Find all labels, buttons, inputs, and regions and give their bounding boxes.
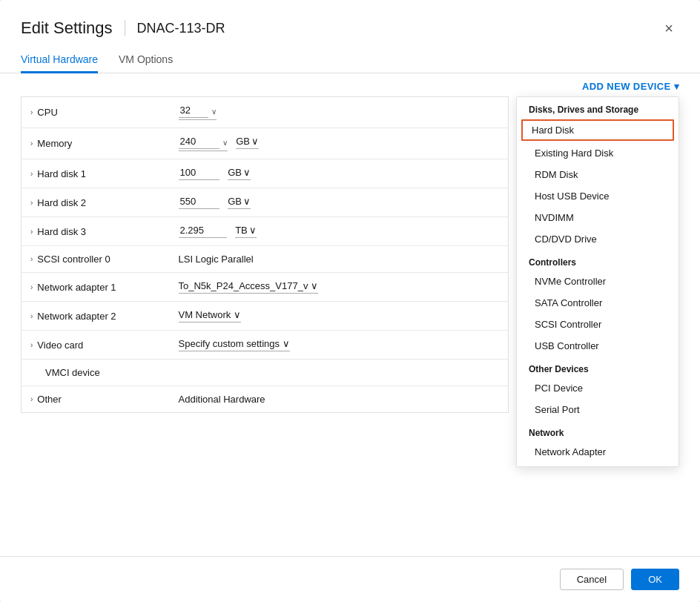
hard-disk-3-unit-chevron-icon: ∨	[249, 225, 257, 236]
dropdown-item-scsi-controller[interactable]: SCSI Controller	[517, 314, 678, 335]
cpu-chevron-icon: ∨	[211, 108, 217, 116]
network-adapter-1-chevron-icon: ∨	[311, 280, 318, 291]
memory-unit-select[interactable]: GB ∨	[236, 136, 259, 149]
table-row: › Network adapter 2 VM Network ∨	[22, 302, 509, 331]
dropdown-section-disks-header: Disks, Drives and Storage	[517, 97, 678, 118]
dropdown-item-nvme-controller[interactable]: NVMe Controller	[517, 271, 678, 292]
memory-value-input[interactable]	[179, 136, 219, 149]
header-divider	[125, 20, 125, 36]
video-card-chevron-icon: ∨	[283, 338, 290, 349]
edit-settings-modal: Edit Settings DNAC-113-DR × Virtual Hard…	[0, 0, 700, 602]
hard-disk-2-unit-chevron-icon: ∨	[243, 196, 251, 207]
table-row: › Hard disk 3 TB ∨	[22, 217, 509, 246]
modal-footer: Cancel OK	[0, 556, 700, 602]
table-row: › SCSI controller 0 LSI Logic Parallel	[22, 246, 509, 273]
dropdown-item-existing-hard-disk[interactable]: Existing Hard Disk	[517, 142, 678, 164]
table-row: › Memory ∨ GB ∨	[22, 128, 509, 159]
table-row: › Hard disk 2 GB ∨	[22, 188, 509, 217]
hard-disk-3-value-input[interactable]	[179, 225, 227, 238]
dropdown-item-network-adapter[interactable]: Network Adapter	[517, 441, 678, 466]
ok-button[interactable]: OK	[631, 569, 679, 590]
cpu-value-dropdown[interactable]: ∨	[179, 105, 217, 120]
hard-disk-2-expand-arrow[interactable]: ›	[30, 199, 33, 207]
dropdown-item-serial-port[interactable]: Serial Port	[517, 399, 678, 420]
add-device-bar: ADD NEW DEVICE ▾	[0, 73, 700, 96]
hard-disk-3-row-label: › Hard disk 3	[30, 226, 161, 237]
content-wrapper: › CPU ∨ ›	[0, 96, 700, 413]
table-row: › Network adapter 1 To_N5k_P24_Access_V1…	[22, 273, 509, 302]
hard-disk-1-unit-chevron-icon: ∨	[243, 167, 251, 178]
tabs-bar: Virtual Hardware VM Options	[0, 47, 700, 73]
dropdown-item-cddvd-drive[interactable]: CD/DVD Drive	[517, 228, 678, 250]
dropdown-item-nvdimm[interactable]: NVDIMM	[517, 207, 678, 228]
dropdown-item-rdm-disk[interactable]: RDM Disk	[517, 164, 678, 185]
memory-row-label: › Memory	[30, 138, 161, 149]
scsi-controller-expand-arrow[interactable]: ›	[30, 255, 33, 263]
memory-expand-arrow[interactable]: ›	[30, 139, 33, 148]
dropdown-item-pci-device[interactable]: PCI Device	[517, 377, 678, 399]
dropdown-item-usb-controller[interactable]: USB Controller	[517, 335, 678, 357]
dropdown-item-hard-disk[interactable]: Hard Disk	[521, 119, 674, 141]
modal-header: Edit Settings DNAC-113-DR ×	[0, 0, 700, 39]
hardware-table: › CPU ∨ ›	[21, 96, 509, 413]
add-device-dropdown-panel: Disks, Drives and Storage Hard Disk Exis…	[516, 96, 679, 467]
video-card-expand-arrow[interactable]: ›	[30, 341, 33, 349]
tab-virtual-hardware[interactable]: Virtual Hardware	[21, 47, 98, 73]
network-adapter-2-expand-arrow[interactable]: ›	[30, 312, 33, 320]
dropdown-section-controllers-header: Controllers	[517, 250, 678, 271]
hard-disk-1-value-input[interactable]	[179, 167, 219, 180]
network-adapter-2-dropdown[interactable]: VM Network ∨	[179, 309, 242, 322]
table-row: VMCI device	[22, 360, 509, 386]
network-adapter-2-row-label: › Network adapter 2	[30, 311, 161, 322]
cancel-button[interactable]: Cancel	[560, 569, 624, 590]
table-row: › Other Additional Hardware	[22, 386, 509, 413]
memory-unit-chevron-icon: ∨	[251, 136, 259, 147]
video-card-row-label: › Video card	[30, 340, 161, 351]
modal-subtitle: DNAC-113-DR	[137, 21, 225, 36]
network-adapter-1-expand-arrow[interactable]: ›	[30, 283, 33, 291]
scsi-controller-value: LSI Logic Parallel	[179, 254, 254, 265]
table-row: › Hard disk 1 GB ∨	[22, 159, 509, 188]
hard-disk-3-expand-arrow[interactable]: ›	[30, 228, 33, 236]
tab-vm-options[interactable]: VM Options	[119, 47, 173, 73]
memory-value-dropdown[interactable]: ∨	[179, 136, 228, 151]
table-row: › CPU ∨	[22, 97, 509, 128]
close-button[interactable]: ×	[658, 18, 679, 39]
cpu-row-label: › CPU	[30, 107, 161, 118]
modal-title: Edit Settings	[21, 19, 113, 38]
other-value: Additional Hardware	[179, 394, 265, 405]
hard-disk-1-unit-select[interactable]: GB ∨	[228, 167, 251, 180]
add-new-device-button[interactable]: ADD NEW DEVICE ▾	[582, 81, 679, 92]
other-expand-arrow[interactable]: ›	[30, 395, 33, 403]
network-adapter-2-chevron-icon: ∨	[234, 309, 241, 320]
hard-disk-3-unit-select[interactable]: TB ∨	[235, 225, 257, 238]
dropdown-section-network-header: Network	[517, 420, 678, 441]
network-adapter-1-row-label: › Network adapter 1	[30, 282, 161, 293]
video-card-dropdown[interactable]: Specify custom settings ∨	[179, 338, 291, 351]
dropdown-item-sata-controller[interactable]: SATA Controller	[517, 292, 678, 314]
hard-disk-1-row-label: › Hard disk 1	[30, 168, 161, 179]
vmci-device-row-label: VMCI device	[30, 367, 161, 378]
other-row-label: › Other	[30, 394, 161, 405]
dropdown-item-host-usb-device[interactable]: Host USB Device	[517, 185, 678, 207]
network-adapter-1-dropdown[interactable]: To_N5k_P24_Access_V177_v ∨	[179, 280, 319, 294]
dropdown-section-other-devices-header: Other Devices	[517, 357, 678, 377]
cpu-expand-arrow[interactable]: ›	[30, 108, 33, 116]
memory-chevron-icon: ∨	[222, 139, 228, 147]
hard-disk-2-row-label: › Hard disk 2	[30, 197, 161, 208]
table-row: › Video card Specify custom settings ∨	[22, 331, 509, 360]
hard-disk-1-expand-arrow[interactable]: ›	[30, 170, 33, 178]
hard-disk-2-unit-select[interactable]: GB ∨	[228, 196, 251, 209]
scsi-controller-row-label: › SCSI controller 0	[30, 254, 161, 265]
hard-disk-2-value-input[interactable]	[179, 196, 219, 209]
cpu-value-input[interactable]	[179, 105, 208, 118]
